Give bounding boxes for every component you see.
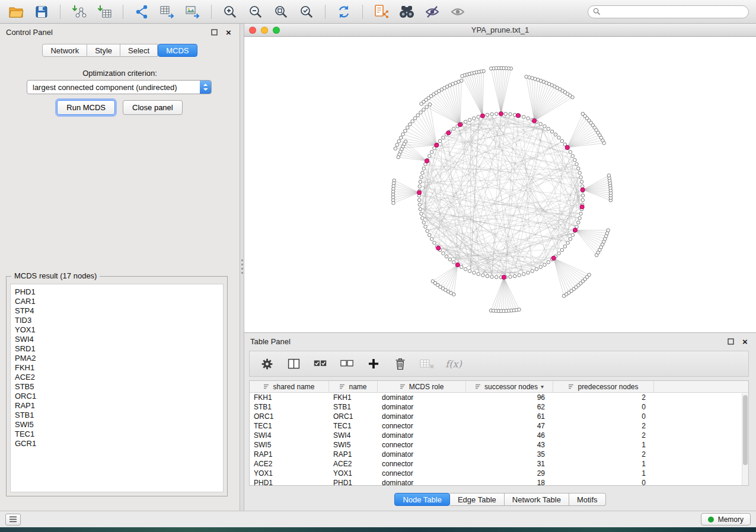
- tab-edge-table[interactable]: Edge Table: [450, 493, 505, 506]
- criterion-dropdown[interactable]: largest connected component (undirected): [27, 80, 212, 94]
- export-table-button[interactable]: [158, 3, 176, 21]
- delete-button[interactable]: [393, 356, 408, 371]
- table-row[interactable]: YOX1YOX1connector291: [250, 469, 748, 478]
- table-row[interactable]: TEC1TEC1connector472: [250, 421, 748, 431]
- mcds-result-list[interactable]: PHD1CAR1STP4TID3YOX1SWI4SRD1PMA2FKH1ACE2…: [10, 284, 224, 492]
- table-cell: SWI5: [250, 441, 329, 449]
- close-panel-action-button[interactable]: Close panel: [123, 100, 183, 115]
- column-header-shared-name[interactable]: shared name: [250, 381, 329, 392]
- mcds-result-item[interactable]: TEC1: [15, 430, 223, 439]
- table-cell: 2: [553, 431, 654, 440]
- mcds-result-item[interactable]: ACE2: [15, 373, 223, 382]
- table-row[interactable]: SWI4SWI4dominator462: [250, 431, 748, 440]
- zoom-selected-button[interactable]: [298, 3, 315, 21]
- mcds-result-item[interactable]: TID3: [15, 316, 223, 325]
- import-table-button[interactable]: [95, 3, 113, 21]
- mcds-result-item[interactable]: GCR1: [15, 439, 223, 448]
- import-table-icon: [97, 4, 112, 20]
- table-scrollbar[interactable]: [742, 393, 748, 485]
- table-cell: dominator: [378, 412, 466, 421]
- memory-button[interactable]: Memory: [701, 513, 751, 525]
- select-all-button[interactable]: [312, 356, 328, 371]
- table-cell: 0: [553, 403, 654, 411]
- column-header-label: shared name: [273, 383, 314, 391]
- tab-network-table[interactable]: Network Table: [505, 493, 569, 506]
- tab-node-table[interactable]: Node Table: [394, 493, 450, 506]
- scrollbar-thumb[interactable]: [743, 395, 748, 465]
- table-row[interactable]: ACE2ACE2connector311: [250, 459, 748, 469]
- open-folder-button[interactable]: [7, 3, 25, 21]
- mcds-result-item[interactable]: SRD1: [15, 344, 223, 354]
- zoom-fit-icon: [273, 4, 289, 20]
- mcds-result-item[interactable]: PMA2: [15, 354, 223, 363]
- gear-button[interactable]: [259, 356, 275, 371]
- mcds-result-item[interactable]: YOX1: [15, 325, 223, 335]
- column-header-name[interactable]: name: [329, 381, 378, 392]
- mcds-result-item[interactable]: ORC1: [15, 392, 223, 401]
- import-network-button[interactable]: [70, 3, 88, 21]
- float-panel-button[interactable]: [209, 27, 219, 37]
- close-window-button[interactable]: [249, 27, 256, 34]
- table-row[interactable]: SWI5SWI5connector431: [250, 440, 748, 450]
- import-table-disabled-button[interactable]: [419, 356, 435, 371]
- mcds-result-item[interactable]: RAP1: [15, 401, 223, 411]
- search-input[interactable]: [604, 8, 744, 16]
- export-network-button[interactable]: [133, 3, 151, 21]
- splitter-handle-icon: [241, 259, 243, 275]
- columns-button[interactable]: [286, 356, 301, 371]
- column-header-mcds-role[interactable]: MCDS role: [378, 381, 466, 392]
- tab-style[interactable]: Style: [87, 44, 120, 57]
- add-button[interactable]: [366, 356, 381, 371]
- column-header-predecessor-nodes[interactable]: predecessor nodes: [553, 381, 654, 392]
- deselect-all-button[interactable]: [339, 356, 355, 371]
- mcds-result-item[interactable]: STB1: [15, 411, 223, 420]
- minimize-window-button[interactable]: [261, 27, 268, 34]
- binoculars-button[interactable]: [398, 3, 416, 21]
- float-table-panel-button[interactable]: [726, 336, 736, 347]
- mcds-result-item[interactable]: SWI5: [15, 420, 223, 430]
- mcds-result-item[interactable]: STP4: [15, 306, 223, 316]
- search-box[interactable]: [588, 5, 749, 18]
- column-header-filler: [654, 381, 748, 392]
- search-icon: [593, 8, 601, 15]
- run-mcds-button[interactable]: Run MCDS: [57, 100, 115, 115]
- function-builder-button[interactable]: f(x): [446, 356, 461, 371]
- table-row[interactable]: STB1STB1dominator620: [250, 402, 748, 412]
- table-cell: TEC1: [329, 422, 378, 430]
- tab-select[interactable]: Select: [120, 44, 158, 57]
- tab-mcds[interactable]: MCDS: [158, 44, 197, 57]
- network-canvas[interactable]: [244, 37, 756, 332]
- mcds-result-item[interactable]: FKH1: [15, 363, 223, 373]
- tab-motifs[interactable]: Motifs: [569, 493, 606, 506]
- refresh-button[interactable]: [335, 3, 353, 21]
- zoom-fit-button[interactable]: [272, 3, 290, 21]
- close-table-panel-button[interactable]: ×: [740, 336, 750, 347]
- zoom-in-button[interactable]: [221, 3, 239, 21]
- network-graph[interactable]: [244, 37, 756, 332]
- table-cell: ACE2: [250, 460, 329, 468]
- table-cell: 96: [466, 393, 553, 402]
- table-row[interactable]: ORC1ORC1dominator610: [250, 412, 748, 421]
- tab-network[interactable]: Network: [42, 44, 87, 57]
- table-row[interactable]: FKH1FKH1dominator962: [250, 393, 748, 402]
- export-image-button[interactable]: [184, 3, 202, 21]
- vertical-splitter[interactable]: [240, 24, 244, 511]
- table-cell: 2: [553, 393, 654, 402]
- table-row[interactable]: PHD1PHD1dominator180: [250, 478, 748, 486]
- close-panel-button[interactable]: ×: [224, 27, 234, 37]
- column-header-successor-nodes[interactable]: successor nodes▾: [466, 381, 553, 392]
- table-row[interactable]: RAP1RAP1dominator352: [250, 450, 748, 459]
- toolbar-separator: [362, 5, 363, 19]
- table-cell: connector: [378, 460, 466, 468]
- mcds-result-item[interactable]: STB5: [15, 382, 223, 392]
- hide-selected-button[interactable]: [423, 3, 441, 21]
- menu-button[interactable]: [5, 514, 21, 525]
- save-button[interactable]: [33, 3, 50, 21]
- mcds-result-item[interactable]: PHD1: [15, 287, 223, 297]
- show-all-button[interactable]: [449, 3, 467, 21]
- zoom-out-button[interactable]: [247, 3, 264, 21]
- maximize-window-button[interactable]: [273, 27, 280, 34]
- mcds-result-item[interactable]: CAR1: [15, 297, 223, 306]
- mcds-result-item[interactable]: SWI4: [15, 335, 223, 344]
- document-share-button[interactable]: [372, 3, 390, 21]
